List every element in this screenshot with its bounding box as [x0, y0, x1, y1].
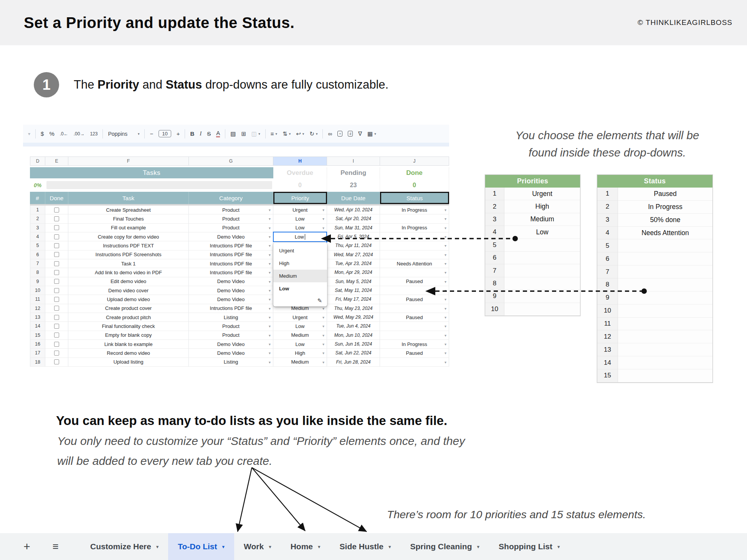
status-row-value[interactable]: 50% done [618, 214, 712, 227]
checkbox-icon[interactable] [54, 261, 59, 266]
chevron-down-icon[interactable]: ▾ [322, 315, 324, 320]
chevron-down-icon[interactable]: ▾ [445, 244, 446, 248]
priorities-row-value[interactable]: Urgent [504, 188, 580, 200]
priority-cell[interactable]: Low▾ [273, 224, 327, 232]
horizontal-align-icon[interactable]: ≡▾ [271, 130, 277, 137]
status-cell[interactable]: ▾ [380, 331, 449, 340]
chevron-down-icon[interactable]: ▾ [445, 315, 446, 320]
category-cell[interactable]: Intructions PDF file▾ [189, 250, 273, 259]
priority-cell[interactable]: Low▾ [273, 214, 327, 223]
task-cell[interactable]: Edit demo video [68, 277, 189, 286]
status-cell[interactable]: ▾ [380, 232, 449, 241]
checkbox-icon[interactable] [54, 342, 59, 347]
chevron-down-icon[interactable]: ▾ [269, 208, 271, 212]
column-letter-G[interactable]: G [189, 156, 273, 166]
status-row-value[interactable] [618, 265, 712, 278]
tab-home[interactable]: Home▾ [281, 533, 330, 560]
due-date-cell[interactable]: Sat, Jun 22, 2024 [327, 349, 380, 357]
fill-color-icon[interactable]: ▨ [230, 130, 236, 137]
chevron-down-icon[interactable]: ▾ [269, 315, 271, 320]
chevron-down-icon[interactable]: ▾ [477, 544, 480, 550]
due-date-cell[interactable]: Thu, Apr 11, 2024 [327, 241, 380, 250]
priorities-row-value[interactable]: High [504, 200, 580, 213]
chevron-down-icon[interactable]: ▾ [445, 226, 446, 230]
done-cell[interactable] [45, 340, 68, 349]
dropdown-option-urgent[interactable]: Urgent [273, 244, 327, 257]
task-cell[interactable]: Add link to demo video in PDF [68, 268, 189, 277]
task-cell[interactable]: Instructions PDF TEXT [68, 241, 189, 250]
task-cell[interactable]: Create copy for demo video [68, 232, 189, 241]
column-letter-H[interactable]: H [273, 156, 327, 166]
increase-font-size-icon[interactable]: + [177, 130, 180, 137]
done-cell[interactable] [45, 206, 68, 214]
text-color-icon[interactable]: A [216, 130, 220, 137]
chevron-down-icon[interactable]: ▾ [557, 544, 560, 550]
category-cell[interactable]: Product▾ [189, 322, 273, 331]
done-cell[interactable] [45, 349, 68, 357]
status-cell[interactable]: Needs Attention▾ [380, 259, 449, 268]
chevron-down-icon[interactable]: ▾ [269, 244, 271, 248]
category-cell[interactable]: Intructions PDF file▾ [189, 259, 273, 268]
priority-cell[interactable]: Medium▾ [273, 331, 327, 340]
category-cell[interactable]: Demo Video▾ [189, 286, 273, 295]
chevron-down-icon[interactable]: ▾ [269, 288, 271, 293]
chevron-down-icon[interactable]: ▾ [322, 351, 324, 355]
fill-handle[interactable] [326, 240, 328, 243]
chevron-down-icon[interactable]: ▾ [445, 324, 446, 328]
all-sheets-menu-icon[interactable]: ≡ [49, 541, 62, 553]
done-cell[interactable] [45, 241, 68, 250]
chevron-down-icon[interactable]: ▾ [269, 279, 271, 283]
insert-chart-icon[interactable]: ıl [348, 131, 353, 137]
insert-link-icon[interactable]: ∞ [328, 130, 332, 137]
done-cell[interactable] [45, 214, 68, 223]
priority-cell[interactable]: Urgent▾ [273, 206, 327, 214]
category-cell[interactable]: Demo Video▾ [189, 277, 273, 286]
status-cell[interactable]: ▾ [380, 214, 449, 223]
borders-icon[interactable]: ⊞ [241, 130, 246, 137]
chevron-down-icon[interactable]: ▾ [445, 208, 446, 212]
chevron-down-icon[interactable]: ▾ [269, 235, 271, 239]
dropdown-edit-row[interactable]: ✎ [273, 295, 327, 306]
chevron-down-icon[interactable]: ▾ [388, 544, 391, 550]
chevron-down-icon[interactable]: ▾ [269, 226, 271, 230]
chevron-down-icon[interactable]: ▾ [445, 342, 446, 346]
status-row-value[interactable]: In Progress [618, 201, 712, 214]
category-cell[interactable]: Intructions PDF file▾ [189, 304, 273, 313]
status-row-value[interactable] [618, 318, 712, 331]
status-row-value[interactable] [618, 292, 712, 305]
task-cell[interactable]: Final functionality check [68, 322, 189, 331]
done-cell[interactable] [45, 331, 68, 340]
column-letter-J[interactable]: J [380, 156, 449, 166]
status-cell[interactable]: ▾ [380, 241, 449, 250]
status-row-value[interactable] [618, 330, 712, 343]
priorities-row-value[interactable] [504, 239, 580, 252]
chevron-down-icon[interactable]: ▾ [318, 544, 321, 550]
chevron-down-icon[interactable]: ▾ [322, 208, 324, 212]
due-date-cell[interactable]: Tue, Apr 23, 2024 [327, 259, 380, 268]
chevron-down-icon[interactable]: ▾ [445, 262, 446, 266]
chevron-down-icon[interactable]: ▾ [445, 351, 446, 355]
task-cell[interactable]: Final Touches [68, 214, 189, 223]
checkbox-icon[interactable] [54, 252, 59, 257]
category-cell[interactable]: Listing▾ [189, 313, 273, 322]
checkbox-icon[interactable] [54, 279, 59, 284]
priorities-row-value[interactable] [504, 290, 580, 303]
due-date-cell[interactable]: Wed, Apr 10, 2024 [327, 206, 380, 214]
task-cell[interactable]: Demo video cover [68, 286, 189, 295]
dropdown-option-high[interactable]: High [273, 257, 327, 270]
priorities-row-value[interactable]: Medium [504, 213, 580, 226]
done-cell[interactable] [45, 268, 68, 277]
status-row-value[interactable]: Paused [618, 188, 712, 201]
checkbox-icon[interactable] [54, 324, 59, 329]
done-cell[interactable] [45, 358, 68, 367]
chevron-down-icon[interactable]: ▾ [156, 544, 159, 550]
decrease-font-size-icon[interactable]: − [150, 130, 153, 137]
font-size-value[interactable]: 10 [159, 130, 171, 137]
status-cell[interactable]: ▾ [380, 304, 449, 313]
checkbox-icon[interactable] [54, 359, 59, 364]
task-cell[interactable]: Link blank to example [68, 340, 189, 349]
due-date-cell[interactable]: Sat, Apr 20, 2024 [327, 214, 380, 223]
done-cell[interactable] [45, 295, 68, 304]
due-date-cell[interactable]: Mon, Apr 29, 2024 [327, 268, 380, 277]
category-cell[interactable]: Intructions PDF file▾ [189, 268, 273, 277]
